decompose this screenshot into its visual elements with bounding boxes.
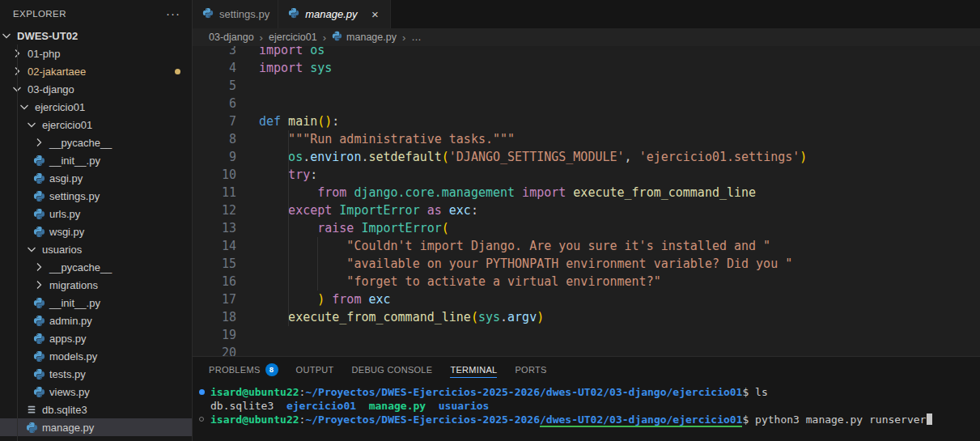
panel-tab-problems[interactable]: PROBLEMS8: [209, 357, 278, 382]
panel-tab-label: TERMINAL: [450, 362, 497, 378]
indent-guide: [288, 130, 289, 326]
tree-item-label: __pycache__: [49, 261, 112, 274]
tree-item-pycache[interactable]: __pycache__: [0, 134, 192, 151]
python-icon: [32, 154, 45, 167]
line-number: 11: [193, 184, 236, 201]
panel-tab-bar: PROBLEMS8OUTPUTDEBUG CONSOLETERMINALPORT…: [193, 357, 980, 382]
python-icon: [25, 421, 38, 434]
tree-item-label: __init__.py: [49, 155, 100, 167]
tree-item-tests-py[interactable]: tests.py: [0, 365, 192, 383]
tree-item-manage-py[interactable]: manage.py: [0, 418, 192, 436]
tree-root-dwes-ut02[interactable]: DWES-UT02: [0, 27, 192, 45]
python-icon: [32, 314, 45, 327]
panel-tab-terminal[interactable]: TERMINAL: [450, 357, 497, 382]
code-editor[interactable]: 3import os4import sys567def main():8 """…: [193, 46, 980, 356]
tree-item-urls-py[interactable]: urls.py: [0, 205, 192, 223]
tree-item-init-py[interactable]: __init__.py: [0, 151, 192, 169]
chevron-right-icon: [32, 136, 45, 149]
tree-item-views-py[interactable]: views.py: [0, 383, 192, 401]
tree-item-asgi-py[interactable]: asgi.py: [0, 169, 192, 187]
breadcrumb-label: 03-django: [209, 32, 254, 43]
python-icon: [32, 296, 45, 309]
code-line-3[interactable]: 3import os: [193, 46, 980, 59]
terminal-cursor: [927, 413, 932, 425]
close-icon[interactable]: ×: [367, 7, 382, 22]
breadcrumb-label: manage.py: [346, 32, 397, 43]
tree-item-admin-py[interactable]: admin.py: [0, 312, 192, 329]
breadcrumb-item-03-django[interactable]: 03-django: [209, 32, 254, 43]
tab-settings-py[interactable]: settings.py: [193, 0, 278, 28]
file-tree: 01-php02-jakartaee03-djangoejercicio01ej…: [0, 45, 192, 436]
tree-item-init-py[interactable]: __init__.py: [0, 294, 192, 312]
breadcrumb-item-manage-py[interactable]: manage.py: [332, 31, 397, 44]
chevron-right-icon: [32, 261, 45, 274]
explorer-sidebar: EXPLORER ··· DWES-UT02 01-php02-jakartae…: [0, 0, 193, 441]
tab-manage-py[interactable]: manage.py×: [278, 0, 391, 28]
vscode-window: EXPLORER ··· DWES-UT02 01-php02-jakartae…: [0, 0, 980, 441]
panel-tab-debug-console[interactable]: DEBUG CONSOLE: [352, 357, 433, 382]
panel-tab-label: DEBUG CONSOLE: [352, 362, 433, 378]
terminal-line-1: isard@ubuntu22:~/Proyectos/DWES-Ejercici…: [210, 385, 980, 399]
code-line-7[interactable]: 7def main():: [193, 112, 980, 130]
tree-item-label: tests.py: [49, 368, 86, 380]
tree-item-ejercicio01[interactable]: ejercicio01: [0, 98, 192, 116]
code-text: [236, 77, 259, 95]
code-line-17[interactable]: 17 ) from exc: [193, 290, 980, 308]
code-line-19[interactable]: 19: [193, 326, 980, 344]
tree-item-label: models.py: [49, 350, 97, 363]
code-line-6[interactable]: 6: [193, 95, 980, 112]
tree-item-pycache[interactable]: __pycache__: [0, 258, 192, 276]
code-line-10[interactable]: 10 try:: [193, 166, 980, 184]
tree-item-usuarios[interactable]: usuarios: [0, 240, 192, 258]
tree-item-01-php[interactable]: 01-php: [0, 45, 192, 62]
terminal[interactable]: isard@ubuntu22:~/Proyectos/DWES-Ejercici…: [193, 382, 980, 441]
panel-tab-label: PROBLEMS: [209, 362, 261, 378]
code-line-18[interactable]: 18 execute_from_command_line(sys.argv): [193, 308, 980, 326]
tree-item-ejercicio01[interactable]: ejercicio01: [0, 116, 192, 134]
breadcrumb-item-[interactable]: …: [411, 32, 422, 43]
tree-item-label: 03-django: [28, 83, 74, 95]
panel-tab-label: PORTS: [515, 362, 546, 378]
breadcrumb-separator: ›: [260, 32, 263, 44]
line-number: 12: [193, 201, 236, 219]
code-line-4[interactable]: 4import sys: [193, 59, 980, 77]
code-line-15[interactable]: 15 "available on your PYTHONPATH environ…: [193, 255, 980, 273]
tree-item-settings-py[interactable]: settings.py: [0, 187, 192, 205]
line-number: 15: [193, 255, 236, 273]
code-text: [236, 95, 259, 112]
tree-item-migrations[interactable]: migrations: [0, 276, 192, 294]
code-text: def main():: [236, 112, 339, 130]
python-icon: [32, 207, 45, 220]
code-lines: 3import os4import sys567def main():8 """…: [193, 46, 980, 356]
code-text: "forget to activate a virtual environmen…: [236, 273, 661, 290]
code-line-5[interactable]: 5: [193, 77, 980, 95]
panel-tab-ports[interactable]: PORTS: [515, 357, 546, 382]
code-line-14[interactable]: 14 "Couldn't import Django. Are you sure…: [193, 237, 980, 255]
panel-tab-output[interactable]: OUTPUT: [296, 357, 334, 382]
tree-item-wsgi-py[interactable]: wsgi.py: [0, 223, 192, 240]
more-actions-icon[interactable]: ···: [166, 10, 180, 18]
code-line-20[interactable]: 20: [193, 344, 980, 356]
code-line-13[interactable]: 13 raise ImportError(: [193, 219, 980, 237]
code-text: import sys: [236, 59, 332, 77]
code-line-8[interactable]: 8 """Run administrative tasks.""": [193, 130, 980, 148]
code-line-9[interactable]: 9 os.environ.setdefault('DJANGO_SETTINGS…: [193, 148, 980, 166]
line-number: 14: [193, 237, 236, 255]
tree-item-apps-py[interactable]: apps.py: [0, 329, 192, 347]
code-text: from django.core.management import execu…: [236, 184, 756, 201]
code-line-11[interactable]: 11 from django.core.management import ex…: [193, 184, 980, 201]
python-icon: [202, 7, 214, 21]
breadcrumb-item-ejercicio01[interactable]: ejercicio01: [269, 32, 317, 43]
code-line-16[interactable]: 16 "forget to activate a virtual environ…: [193, 273, 980, 290]
tree-item-models-py[interactable]: models.py: [0, 347, 192, 365]
tree-item-03-django[interactable]: 03-django: [0, 80, 192, 98]
root-folder-label: DWES-UT02: [17, 30, 78, 42]
tree-item-db-sqlite3[interactable]: db.sqlite3: [0, 401, 192, 418]
terminal-line-3: isard@ubuntu22:~/Proyectos/DWES-Ejercici…: [210, 413, 980, 426]
tree-item-02-jakartaee[interactable]: 02-jakartaee: [0, 62, 192, 80]
tree-item-label: settings.py: [49, 190, 100, 202]
tree-item-label: __pycache__: [49, 137, 112, 149]
python-icon: [32, 332, 45, 345]
tree-item-label: wsgi.py: [49, 226, 84, 238]
code-line-12[interactable]: 12 except ImportError as exc:: [193, 201, 980, 219]
